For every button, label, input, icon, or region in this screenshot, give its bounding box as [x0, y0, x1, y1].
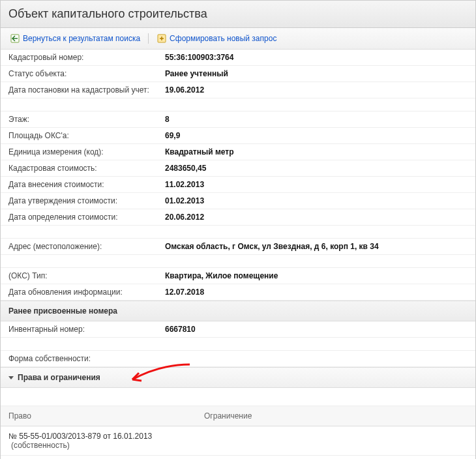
field-value-entered-date: Дата внесения стоимости: 11.02.2013 [1, 177, 475, 193]
value-cadastral-value: 2483650,45 [165, 164, 206, 173]
rights-record: № 55-55-01/003/2013-879 от 16.01.2013 (с… [1, 426, 475, 456]
field-address: Адрес (местоположение): Омская область, … [1, 239, 475, 255]
field-value-determined-date: Дата определения стоимости: 20.06.2012 [1, 209, 475, 226]
back-label: Вернуться к результатам поиска [23, 34, 140, 43]
field-oks-type: (ОКС) Тип: Квартира, Жилое помещение [1, 268, 475, 284]
label-reg-date: Дата постановки на кадастровый учет: [8, 85, 165, 95]
label-floor: Этаж: [8, 115, 165, 124]
field-inventory: Инвентарный номер: 6667810 [1, 321, 475, 338]
new-query-button[interactable]: Сформировать новый запрос [154, 32, 279, 45]
value-value-approved-date: 01.02.2013 [165, 196, 204, 205]
value-value-entered-date: 11.02.2013 [165, 180, 204, 189]
label-unit: Единица измерения (код): [8, 147, 165, 156]
value-unit: Квадратный метр [165, 147, 234, 156]
find-on-map-link[interactable]: Найти объект на публичной кадастровой ка… [1, 456, 475, 459]
col-restriction: Ограничение [204, 411, 468, 421]
field-area: Площадь ОКС'a: 69,9 [1, 128, 475, 144]
new-query-label: Сформировать новый запрос [170, 34, 276, 43]
label-area: Площадь ОКС'a: [8, 131, 165, 140]
value-area: 69,9 [165, 131, 180, 140]
main-panel: Объект капитального строительства Вернут… [0, 0, 476, 459]
chevron-down-icon [8, 376, 14, 379]
label-ownership-form: Форма собственности: [8, 354, 165, 363]
label-cadastral-value: Кадастровая стоимость: [8, 164, 165, 173]
field-reg-date: Дата постановки на кадастровый учет: 19.… [1, 82, 475, 98]
value-inventory: 6667810 [165, 325, 196, 334]
label-value-approved-date: Дата утверждения стоимости: [8, 196, 165, 205]
field-unit: Единица измерения (код): Квадратный метр [1, 144, 475, 160]
spacer [1, 98, 475, 111]
rights-record-sub: (собственность) [8, 441, 468, 450]
section-rights[interactable]: Права и ограничения [1, 367, 475, 388]
value-value-determined-date: 20.06.2012 [165, 213, 204, 222]
field-floor: Этаж: 8 [1, 111, 475, 128]
field-cadastral-value: Кадастровая стоимость: 2483650,45 [1, 160, 475, 177]
toolbar-separator [148, 33, 149, 44]
section-prev-numbers: Ранее присвоенные номера [1, 301, 475, 321]
label-value-determined-date: Дата определения стоимости: [8, 213, 165, 222]
value-status: Ранее учтенный [165, 69, 228, 78]
page-title: Объект капитального строительства [8, 7, 468, 21]
value-cadastral-number: 55:36:100903:3764 [165, 53, 233, 62]
section-rights-label: Права и ограничения [18, 373, 100, 382]
col-right: Право [8, 411, 204, 421]
value-info-updated: 12.07.2018 [165, 288, 204, 297]
spacer [1, 255, 475, 268]
value-reg-date: 19.06.2012 [165, 85, 204, 95]
label-cadastral-number: Кадастровый номер: [8, 53, 165, 62]
field-info-updated: Дата обновления информации: 12.07.2018 [1, 284, 475, 301]
back-to-results-button[interactable]: Вернуться к результатам поиска [7, 32, 143, 45]
label-info-updated: Дата обновления информации: [8, 288, 165, 297]
label-status: Статус объекта: [8, 69, 165, 78]
field-status: Статус объекта: Ранее учтенный [1, 66, 475, 82]
content-area: Кадастровый номер: 55:36:100903:3764 Ста… [1, 50, 475, 459]
label-address: Адрес (местоположение): [8, 242, 165, 251]
label-oks-type: (ОКС) Тип: [8, 271, 165, 280]
label-value-entered-date: Дата внесения стоимости: [8, 180, 165, 189]
field-cadastral-number: Кадастровый номер: 55:36:100903:3764 [1, 50, 475, 66]
rights-table-header: Право Ограничение [1, 406, 475, 426]
panel-header: Объект капитального строительства [1, 1, 475, 28]
toolbar-top: Вернуться к результатам поиска Сформиров… [1, 28, 475, 50]
spacer [1, 388, 475, 406]
back-icon [10, 33, 20, 44]
field-value-approved-date: Дата утверждения стоимости: 01.02.2013 [1, 193, 475, 209]
value-oks-type: Квартира, Жилое помещение [165, 271, 278, 280]
spacer [1, 338, 475, 351]
field-ownership-form: Форма собственности: [1, 351, 475, 367]
new-query-icon [156, 33, 167, 44]
rights-record-text: № 55-55-01/003/2013-879 от 16.01.2013 [8, 432, 468, 441]
spacer [1, 226, 475, 239]
label-inventory: Инвентарный номер: [8, 325, 165, 334]
value-address: Омская область, г Омск, ул Звездная, д 6… [165, 242, 379, 251]
value-floor: 8 [165, 115, 170, 124]
